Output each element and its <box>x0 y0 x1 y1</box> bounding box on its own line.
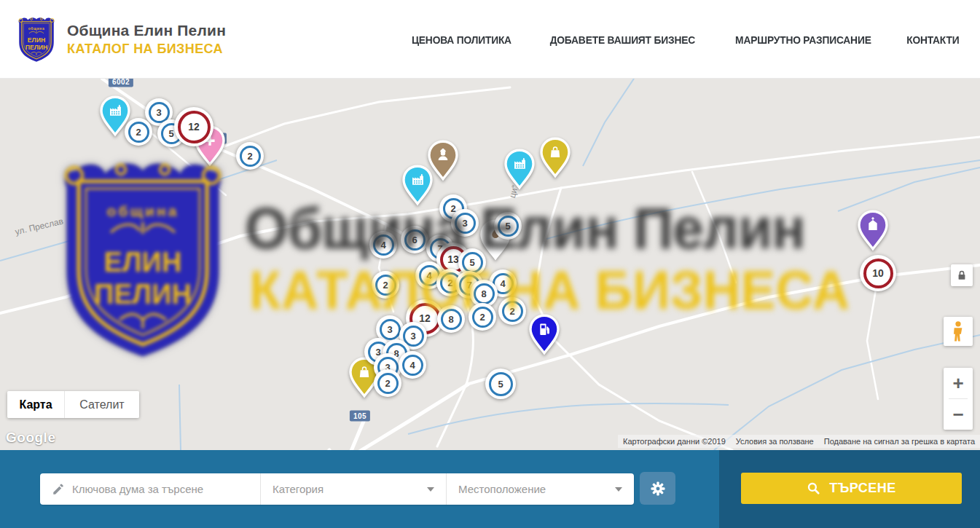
svg-text:ПЕЛИН: ПЕЛИН <box>26 44 48 51</box>
attribution-report-link[interactable]: Подаване на сигнал за грешка в картата <box>819 435 980 448</box>
map-cluster[interactable]: 2 <box>372 271 399 299</box>
map-cluster[interactable]: 4 <box>399 351 426 379</box>
road-badge: 6002 <box>109 79 133 87</box>
nav-item-3[interactable]: КОНТАКТИ <box>907 34 960 46</box>
street-view-pegman-button[interactable] <box>944 317 973 346</box>
header: община ЕЛИН ПЕЛИН Община Елин Пелин КАТА… <box>0 0 980 79</box>
map-cluster[interactable]: 8 <box>437 305 465 333</box>
map-cluster[interactable]: 10 <box>860 255 896 291</box>
attribution-terms-link[interactable]: Условия за ползване <box>731 435 819 448</box>
logo-title: Община Елин Пелин <box>67 22 226 39</box>
svg-text:община: община <box>28 26 45 31</box>
search-submit-label: ТЪРСЕНЕ <box>829 481 896 496</box>
nav-item-2[interactable]: МАРШРУТНО РАЗПИСАНИЕ <box>735 34 871 46</box>
map-pin-church[interactable] <box>857 209 889 254</box>
gear-icon <box>648 479 667 498</box>
map-cluster[interactable]: 2 <box>236 142 264 170</box>
category-placeholder: Категория <box>273 483 324 495</box>
map-cluster[interactable]: 2 <box>125 118 152 146</box>
zoom-out-button[interactable]: − <box>944 399 973 430</box>
main-nav: ЦЕНОВА ПОЛИТИКАДОБАВЕТЕ ВАШИЯТ БИЗНЕСМАР… <box>407 0 962 79</box>
map-cluster[interactable]: 6 <box>401 226 428 253</box>
map-cluster[interactable]: 2 <box>498 297 526 325</box>
map-pin-bag[interactable] <box>539 136 571 181</box>
advanced-settings-button[interactable] <box>640 472 675 505</box>
padlock-icon <box>954 267 970 283</box>
location-placeholder: Местоположение <box>458 483 546 495</box>
svg-text:ЕЛИН: ЕЛИН <box>28 36 45 44</box>
lock-control-button[interactable] <box>951 264 973 286</box>
map-attribution: Картографски данни ©2019 Условия за полз… <box>618 435 980 448</box>
nav-item-1[interactable]: ДОБАВЕТЕ ВАШИЯТ БИЗНЕС <box>550 34 695 46</box>
nav-item-0[interactable]: ЦЕНОВА ПОЛИТИКА <box>412 34 511 46</box>
map-type-map-button[interactable]: Карта <box>7 391 64 418</box>
zoom-control: + − <box>944 368 973 430</box>
category-select[interactable]: Категория <box>260 473 446 505</box>
map-cluster[interactable]: 5 <box>494 212 522 240</box>
road-badge: 105 <box>350 411 370 422</box>
pencil-icon <box>52 482 65 497</box>
search-icon <box>807 481 820 495</box>
map-cluster[interactable]: 12 <box>174 107 213 146</box>
location-select[interactable]: Местоположение <box>446 473 634 505</box>
map-type-control: Карта Сателит <box>7 391 139 418</box>
keyword-input[interactable] <box>72 483 248 495</box>
search-submit-button[interactable]: ТЪРСЕНЕ <box>741 473 962 504</box>
zoom-in-button[interactable]: + <box>944 368 973 398</box>
map-pin-factory[interactable] <box>503 148 536 193</box>
pegman-icon <box>949 320 968 342</box>
map-pin-fuel[interactable] <box>528 313 560 358</box>
map-cluster[interactable]: 2 <box>374 369 401 397</box>
logo[interactable]: община ЕЛИН ПЕЛИН Община Елин Пелин КАТА… <box>16 16 226 63</box>
keyword-field[interactable] <box>40 473 260 505</box>
map-pin-factory[interactable] <box>401 164 434 209</box>
chevron-down-icon <box>427 487 434 492</box>
logo-subtitle: КАТАЛОГ НА БИЗНЕСА <box>67 42 226 57</box>
map-cluster[interactable]: 5 <box>485 369 516 399</box>
google-logo[interactable]: Google <box>6 430 55 446</box>
map-cluster[interactable]: 2 <box>469 303 496 331</box>
search-fields: Категория Местоположение <box>40 473 634 505</box>
municipality-crest-icon: община ЕЛИН ПЕЛИН <box>16 16 57 63</box>
map-canvas[interactable]: ул. Преславбул. „Новоселци“ 60028105 <box>0 79 980 450</box>
map-cluster[interactable]: 3 <box>451 209 479 237</box>
map-type-satellite-button[interactable]: Сателит <box>64 391 139 418</box>
map-cluster[interactable]: 4 <box>369 231 397 259</box>
search-bar: Категория Местоположение ТЪРСЕНЕ <box>0 450 980 528</box>
attribution-copyright: Картографски данни ©2019 <box>618 435 731 448</box>
chevron-down-icon <box>615 487 622 492</box>
